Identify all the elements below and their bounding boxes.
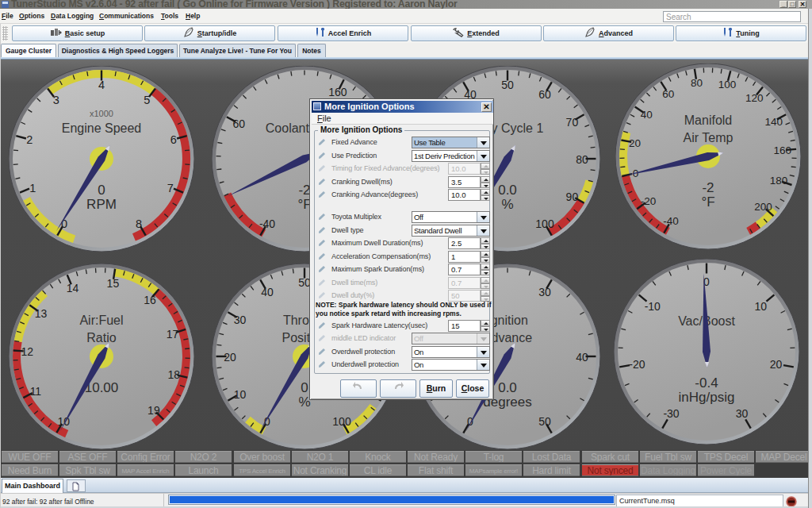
svg-text:0.0: 0.0 [498, 380, 517, 395]
svg-text:7: 7 [167, 182, 174, 194]
svg-text:0: 0 [301, 380, 308, 395]
svg-text:20: 20 [770, 358, 783, 371]
svg-text:30: 30 [736, 407, 749, 420]
svg-text:-40: -40 [259, 217, 275, 230]
svg-text:%: % [501, 197, 513, 212]
svg-text:x1000: x1000 [90, 109, 113, 118]
svg-text:40: 40 [576, 351, 588, 364]
svg-text:120: 120 [745, 92, 764, 104]
svg-text:50: 50 [501, 79, 514, 91]
svg-text:70: 70 [566, 116, 579, 129]
svg-text:°F: °F [701, 194, 714, 210]
svg-text:100: 100 [332, 415, 351, 428]
svg-text:2: 2 [26, 133, 33, 146]
svg-text:8: 8 [136, 217, 142, 230]
svg-text:0: 0 [467, 415, 473, 428]
svg-text:80: 80 [576, 153, 588, 166]
svg-text:14: 14 [67, 282, 79, 294]
svg-text:18: 18 [168, 368, 181, 381]
svg-text:140: 140 [765, 116, 783, 128]
svg-text:10: 10 [234, 388, 247, 401]
svg-text:40: 40 [261, 286, 274, 298]
svg-text:30: 30 [538, 286, 551, 298]
svg-text:16: 16 [144, 294, 156, 306]
svg-text:20: 20 [224, 351, 236, 364]
svg-text:RPM: RPM [86, 197, 117, 212]
svg-text:5: 5 [144, 94, 150, 106]
svg-text:-40: -40 [663, 215, 679, 227]
svg-text:15: 15 [107, 277, 120, 290]
svg-text:Air:Fuel: Air:Fuel [79, 314, 123, 327]
svg-text:60: 60 [538, 88, 551, 101]
svg-text:90: 90 [566, 190, 579, 203]
svg-text:11: 11 [30, 385, 42, 398]
svg-text:Engine Speed: Engine Speed [62, 121, 142, 135]
svg-text:10: 10 [754, 300, 767, 313]
svg-text:6: 6 [170, 133, 177, 146]
svg-text:50: 50 [538, 415, 551, 428]
svg-text:-30: -30 [663, 407, 679, 420]
svg-text:0: 0 [98, 183, 105, 198]
svg-text:17: 17 [167, 328, 179, 341]
svg-text:1: 1 [29, 182, 36, 194]
svg-text:-20: -20 [629, 358, 645, 371]
svg-text:inHg/psig: inHg/psig [679, 390, 735, 405]
svg-text:160: 160 [773, 144, 791, 156]
svg-text:20: 20 [629, 137, 641, 149]
svg-text:200: 200 [754, 201, 772, 213]
svg-text:60: 60 [662, 88, 674, 100]
svg-text:180: 180 [770, 175, 788, 187]
svg-text:Manifold: Manifold [684, 114, 732, 127]
svg-text:-10: -10 [645, 300, 661, 313]
svg-text:60: 60 [232, 117, 245, 130]
svg-text:Air Temp: Air Temp [684, 131, 733, 144]
svg-text:-0.4: -0.4 [695, 375, 718, 391]
svg-text:13: 13 [35, 307, 48, 320]
svg-text:100: 100 [535, 217, 554, 230]
svg-text:Ratio: Ratio [86, 331, 116, 344]
svg-text:19: 19 [147, 404, 160, 417]
svg-text:160: 160 [328, 86, 347, 98]
svg-text:4: 4 [98, 79, 105, 91]
svg-text:-2: -2 [702, 180, 714, 195]
svg-text:40: 40 [641, 109, 653, 121]
svg-text:80: 80 [691, 77, 703, 89]
svg-text:-20: -20 [641, 195, 657, 207]
svg-text:100: 100 [718, 79, 737, 90]
svg-text:12: 12 [21, 345, 33, 358]
svg-text:0.0: 0.0 [498, 183, 517, 198]
svg-text:3: 3 [53, 94, 59, 106]
svg-text:30: 30 [234, 314, 247, 326]
